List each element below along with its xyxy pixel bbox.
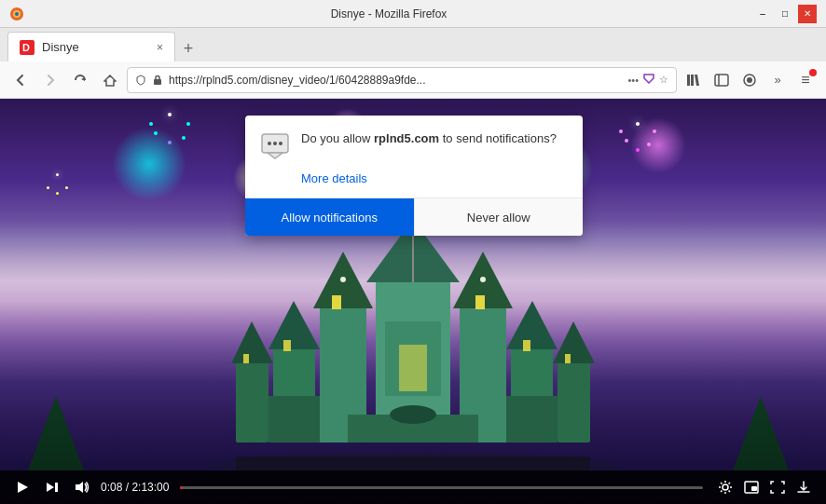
progress-bar[interactable]: [180, 486, 703, 489]
popup-site: rplnd5.com: [374, 131, 439, 145]
sync-button[interactable]: [737, 67, 763, 93]
pip-button[interactable]: [740, 476, 763, 498]
forward-button[interactable]: [37, 67, 63, 93]
controls-right: [714, 476, 815, 498]
svg-point-48: [279, 142, 282, 145]
svg-marker-35: [553, 321, 595, 363]
sync-icon: [742, 73, 757, 88]
reload-button[interactable]: [67, 67, 93, 93]
forward-icon: [44, 74, 57, 87]
svg-rect-51: [55, 483, 58, 492]
nav-bar: https://rplnd5.com/disney_video/1/604288…: [0, 61, 826, 99]
svg-rect-43: [236, 456, 590, 470]
popup-buttons: Allow notifications Never allow: [245, 198, 583, 236]
popup-message-prefix: Do you allow: [301, 131, 374, 145]
notification-prompt-icon: [260, 130, 290, 160]
new-tab-button[interactable]: +: [175, 35, 201, 61]
svg-rect-19: [283, 340, 291, 351]
url-more-button[interactable]: •••: [627, 75, 639, 86]
notification-badge: [809, 69, 817, 76]
download-button[interactable]: [792, 476, 815, 498]
svg-rect-30: [475, 295, 485, 309]
tree-left: [28, 396, 84, 470]
title-bar-left: [9, 7, 24, 21]
svg-point-42: [480, 277, 486, 282]
svg-rect-38: [506, 396, 558, 443]
minimize-button[interactable]: –: [753, 5, 772, 23]
svg-rect-8: [691, 75, 694, 86]
sidebar-button[interactable]: [709, 67, 735, 93]
never-allow-button[interactable]: Never allow: [415, 198, 584, 236]
spark-3: [56, 173, 59, 176]
svg-marker-45: [268, 153, 282, 158]
settings-button[interactable]: [714, 476, 737, 498]
close-button[interactable]: ✕: [798, 5, 817, 23]
more-details-link[interactable]: More details: [301, 171, 367, 185]
play-button[interactable]: [11, 476, 34, 498]
svg-marker-15: [231, 321, 273, 363]
maximize-button[interactable]: □: [776, 5, 794, 23]
svg-marker-18: [268, 301, 320, 349]
spark-1: [168, 113, 172, 116]
url-display: https://rplnd5.com/disney_video/1/604288…: [169, 74, 622, 87]
spark-2: [636, 122, 640, 126]
url-bar[interactable]: https://rplnd5.com/disney_video/1/604288…: [127, 67, 677, 93]
svg-point-12: [747, 77, 752, 83]
home-button[interactable]: [97, 67, 123, 93]
popup-message-suffix: to send notifications?: [439, 131, 557, 145]
extensions-button[interactable]: »: [764, 67, 791, 93]
time-display: 0:08 / 2:13:00: [101, 481, 169, 494]
svg-point-53: [723, 484, 728, 490]
total-time: 2:13:00: [131, 481, 169, 494]
progress-fill: [180, 486, 183, 489]
library-icon: [686, 73, 701, 88]
video-controls: 0:08 / 2:13:00: [0, 470, 826, 504]
svg-rect-37: [268, 396, 320, 443]
menu-button[interactable]: ≡: [792, 67, 819, 93]
castle-svg: [180, 210, 646, 470]
popup-header: Do you allow rplnd5.com to send notifica…: [245, 116, 583, 170]
reload-icon: [74, 74, 87, 87]
pocket-icon: [642, 73, 655, 86]
allow-notifications-button[interactable]: Allow notifications: [245, 198, 415, 236]
svg-rect-6: [154, 79, 161, 85]
window-controls: – □ ✕: [753, 5, 817, 23]
play-icon: [16, 481, 29, 494]
svg-point-47: [273, 142, 277, 145]
svg-marker-52: [76, 482, 83, 493]
svg-marker-32: [506, 301, 558, 349]
tab-close-button[interactable]: ×: [157, 41, 163, 54]
svg-point-41: [340, 277, 346, 282]
svg-rect-9: [715, 75, 728, 86]
next-button[interactable]: [41, 476, 63, 498]
svg-point-40: [390, 405, 436, 424]
back-icon: [14, 74, 27, 87]
firefox-icon: [9, 7, 24, 21]
download-icon: [796, 480, 811, 495]
svg-rect-34: [558, 359, 590, 443]
back-button[interactable]: [7, 67, 34, 93]
browser-tab[interactable]: D Disnye ×: [7, 32, 175, 61]
toolbar-right: » ≡: [681, 67, 819, 93]
extensions-label: »: [774, 73, 780, 87]
tree-right: [733, 396, 789, 470]
pip-icon: [744, 481, 759, 494]
lock-icon: [152, 75, 163, 86]
sidebar-icon: [714, 73, 729, 88]
svg-text:D: D: [22, 42, 30, 53]
svg-rect-55: [751, 486, 757, 491]
title-bar: Disnye - Mozilla Firefox – □ ✕: [0, 0, 826, 28]
popup-message: Do you allow rplnd5.com to send notifica…: [301, 130, 557, 147]
library-button[interactable]: [681, 67, 707, 93]
svg-rect-14: [236, 359, 268, 443]
settings-icon: [718, 480, 733, 495]
window-title: Disnye - Mozilla Firefox: [24, 7, 753, 20]
svg-rect-36: [565, 354, 571, 363]
next-icon: [46, 481, 59, 494]
notification-popup: Do you allow rplnd5.com to send notifica…: [245, 116, 583, 236]
video-area: Do you allow rplnd5.com to send notifica…: [0, 99, 826, 504]
fullscreen-button[interactable]: [766, 476, 789, 498]
volume-button[interactable]: [71, 476, 93, 498]
pocket-button[interactable]: [642, 73, 655, 88]
bookmark-button[interactable]: ☆: [659, 74, 668, 86]
